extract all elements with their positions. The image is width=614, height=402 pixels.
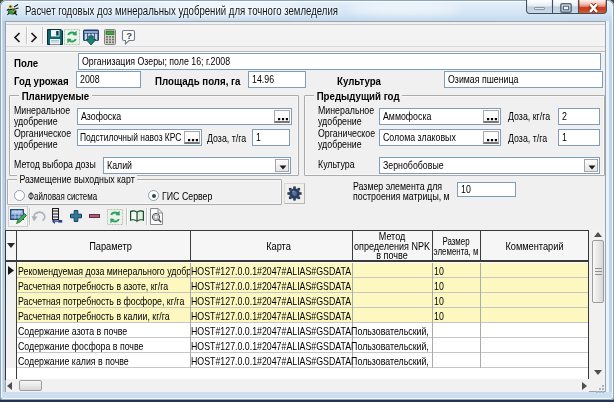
svg-text:?: ?: [126, 30, 132, 41]
